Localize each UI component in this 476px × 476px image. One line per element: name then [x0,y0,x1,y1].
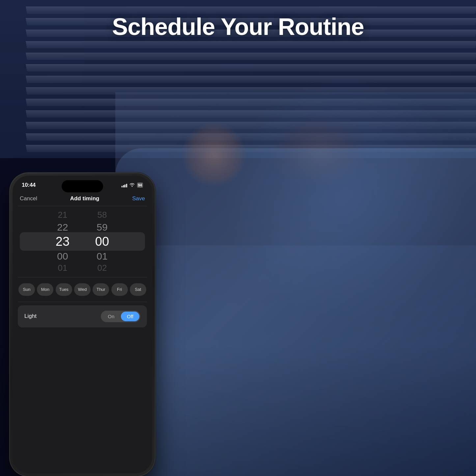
status-bar: 10:44 [13,176,152,193]
minute-next: 01 [82,250,122,263]
light-label: Light [24,313,37,320]
phone-mockup: 10:44 [10,173,155,476]
face-glow [181,122,247,188]
signal-bar-4 [126,184,127,187]
phone-screen: 10:44 [13,176,152,473]
day-tues[interactable]: Tues [56,283,72,296]
day-fri[interactable]: Fri [111,283,128,296]
blanket-overlay [115,148,476,476]
signal-bar-1 [122,186,123,187]
app-title: Add timing [70,195,99,202]
battery-icon: 94 [137,182,143,188]
toggle-on[interactable]: On [102,312,120,321]
minute-prev: 59 [82,221,122,234]
battery-level: 94 [138,183,142,187]
save-button[interactable]: Save [132,195,145,202]
signal-icon [122,183,127,187]
wifi-icon [129,183,135,188]
hours-column[interactable]: 21 22 23 00 01 [43,210,82,274]
day-wed[interactable]: Wed [74,283,91,296]
days-divider [18,302,147,302]
day-selector: Sun Mon Tues Wed Thur Fri Sat [13,277,152,302]
day-sun[interactable]: Sun [18,283,35,296]
hour-tertiary: 21 [43,210,82,221]
hour-next: 00 [43,250,82,263]
on-off-toggle[interactable]: On Off [101,311,140,322]
day-sat[interactable]: Sat [130,283,146,296]
page-title: Schedule Your Routine [0,13,476,40]
toggle-off[interactable]: Off [121,312,139,321]
hour-next-next: 01 [43,263,82,274]
minutes-column[interactable]: 58 59 00 01 02 [82,210,122,274]
signal-bar-2 [123,185,124,187]
hour-selected: 23 [43,234,82,250]
signal-bar-3 [125,184,126,187]
status-time: 10:44 [22,182,36,188]
day-mon[interactable]: Mon [37,283,53,296]
light-control-row: Light On Off [18,305,147,327]
time-picker[interactable]: 21 22 23 00 01 58 59 00 01 02 [13,206,152,277]
app-header: Cancel Add timing Save [13,193,152,206]
minute-selected: 00 [82,234,122,250]
hour-prev: 22 [43,221,82,234]
status-icons: 94 [122,182,143,188]
phone-frame: 10:44 [10,173,155,476]
minute-tertiary: 58 [82,210,122,221]
day-thur[interactable]: Thur [93,283,109,296]
minute-next-next: 02 [82,263,122,274]
cancel-button[interactable]: Cancel [20,195,37,202]
dynamic-island [62,180,103,192]
